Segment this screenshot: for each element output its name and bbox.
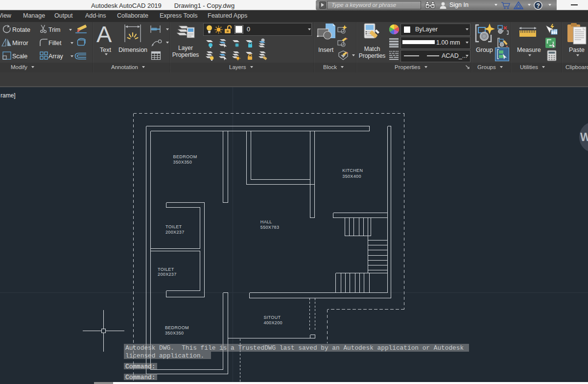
svg-text:?: ? [537, 2, 540, 9]
svg-text:350X400: 350X400 [342, 174, 361, 179]
svg-text:KITCHEN: KITCHEN [342, 168, 363, 173]
svg-text:550X783: 550X783 [260, 225, 280, 230]
svg-text:TOILET: TOILET [158, 267, 174, 272]
svg-text:BEDROOM: BEDROOM [165, 325, 189, 330]
svg-text:HALL: HALL [260, 219, 272, 224]
svg-text:200X237: 200X237 [158, 272, 177, 277]
svg-text:BEDROOM: BEDROOM [173, 154, 197, 159]
svg-text:350X350: 350X350 [165, 331, 184, 336]
svg-text:400X200: 400X200 [263, 320, 282, 325]
svg-text:W: W [580, 131, 588, 144]
svg-text:350X350: 350X350 [173, 160, 192, 165]
svg-text:SITOUT: SITOUT [263, 315, 281, 320]
svg-text:TOILET: TOILET [165, 224, 182, 229]
svg-text:200X237: 200X237 [165, 230, 185, 235]
